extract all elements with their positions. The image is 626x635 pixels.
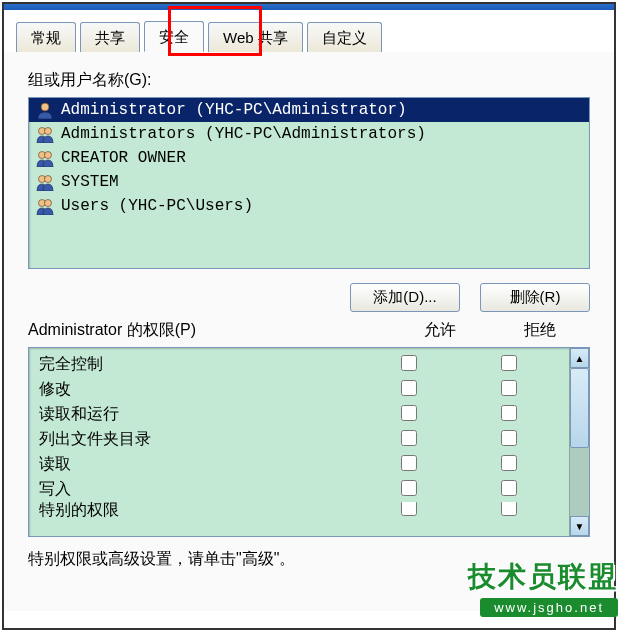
permissions-header: Administrator 的权限(P) [28,320,390,341]
user-item-system[interactable]: SYSTEM [29,170,589,194]
user-name: SYSTEM [61,173,119,191]
user-single-icon [35,101,55,119]
allow-checkbox-read[interactable] [401,455,417,471]
scrollbar[interactable]: ▲ ▼ [569,348,589,536]
scroll-thumb[interactable] [570,368,589,448]
watermark-url: www.jsgho.net [480,598,618,617]
user-name: Administrators (YHC-PC\Administrators) [61,125,426,143]
permissions-list: 完全控制 修改 读取和运行 列出文件夹目录 [28,347,590,537]
permission-row: 修改 [29,377,569,402]
svg-point-0 [41,103,49,111]
column-deny: 拒绝 [490,320,590,341]
allow-checkbox-list-folder[interactable] [401,430,417,446]
svg-point-2 [45,128,52,135]
user-name: Users (YHC-PC\Users) [61,197,253,215]
allow-checkbox-read-execute[interactable] [401,405,417,421]
permission-row: 列出文件夹目录 [29,427,569,452]
deny-checkbox-read[interactable] [501,455,517,471]
user-name: Administrator (YHC-PC\Administrator) [61,101,407,119]
allow-checkbox-full-control[interactable] [401,355,417,371]
remove-button[interactable]: 删除(R) [480,283,590,312]
user-item-creator-owner[interactable]: CREATOR OWNER [29,146,589,170]
deny-checkbox-list-folder[interactable] [501,430,517,446]
scroll-down-icon[interactable]: ▼ [570,516,589,536]
scroll-track[interactable] [570,368,589,516]
scroll-up-icon[interactable]: ▲ [570,348,589,368]
deny-checkbox-write[interactable] [501,480,517,496]
user-group-icon [35,149,55,167]
permission-row: 特别的权限 [29,502,569,518]
user-item-users[interactable]: Users (YHC-PC\Users) [29,194,589,218]
user-group-icon [35,125,55,143]
deny-checkbox-full-control[interactable] [501,355,517,371]
tab-sharing[interactable]: 共享 [80,22,140,52]
tab-general[interactable]: 常规 [16,22,76,52]
permission-name: 完全控制 [39,354,359,375]
user-name: CREATOR OWNER [61,149,186,167]
permission-name: 特别的权限 [39,502,359,518]
permission-row: 完全控制 [29,352,569,377]
deny-checkbox-modify[interactable] [501,380,517,396]
watermark: 技术员联盟 www.jsgho.net [468,558,618,617]
permission-row: 读取 [29,452,569,477]
group-users-label: 组或用户名称(G): [28,70,590,91]
tab-content-security: 组或用户名称(G): Administrator (YHC-PC\Adminis… [4,51,614,611]
deny-checkbox-special[interactable] [501,502,517,516]
permission-row: 读取和运行 [29,402,569,427]
permission-name: 读取和运行 [39,404,359,425]
allow-checkbox-modify[interactable] [401,380,417,396]
user-list[interactable]: Administrator (YHC-PC\Administrator) Adm… [28,97,590,269]
permission-name: 读取 [39,454,359,475]
allow-checkbox-write[interactable] [401,480,417,496]
tab-security[interactable]: 安全 [144,21,204,52]
permission-name: 写入 [39,479,359,500]
tab-customize[interactable]: 自定义 [307,22,382,52]
tab-web-sharing[interactable]: Web 共享 [208,22,303,52]
deny-checkbox-read-execute[interactable] [501,405,517,421]
column-allow: 允许 [390,320,490,341]
user-item-administrator[interactable]: Administrator (YHC-PC\Administrator) [29,98,589,122]
permission-name: 列出文件夹目录 [39,429,359,450]
add-button[interactable]: 添加(D)... [350,283,460,312]
svg-point-6 [45,176,52,183]
svg-point-8 [45,200,52,207]
watermark-title: 技术员联盟 [468,558,618,596]
user-group-icon [35,197,55,215]
user-group-icon [35,173,55,191]
user-item-administrators[interactable]: Administrators (YHC-PC\Administrators) [29,122,589,146]
allow-checkbox-special[interactable] [401,502,417,516]
permission-name: 修改 [39,379,359,400]
permission-row: 写入 [29,477,569,502]
tab-bar: 常规 共享 安全 Web 共享 自定义 [4,10,614,52]
svg-point-4 [45,152,52,159]
